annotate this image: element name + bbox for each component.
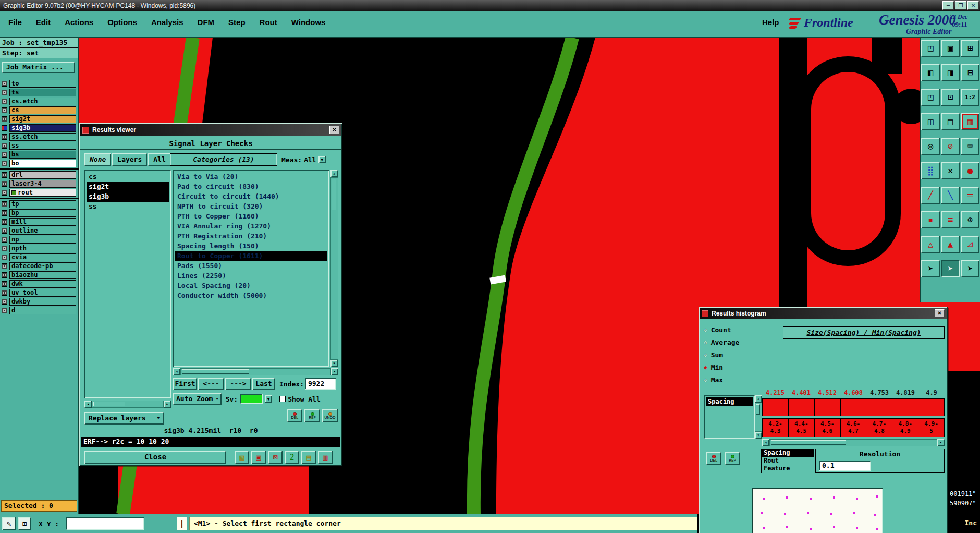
shift-left-icon[interactable]: ◧ [921,64,940,81]
layer-view-icon[interactable]: ◫ [921,113,940,130]
viewer-layer-item[interactable]: sig2t [87,182,169,192]
hatch-lines-icon[interactable]: ≡ [941,211,960,228]
scroll-up-icon[interactable] [330,170,338,177]
category-item[interactable]: Spacing length (150) [175,241,327,251]
histogram-icon[interactable]: ▥ [318,451,333,464]
layer-row-dwkby[interactable]: dwkby [0,297,79,306]
scroll-track[interactable] [755,403,762,432]
line-blue-icon[interactable]: ╲ [941,187,960,204]
layer-row-bs[interactable]: bs [0,150,79,159]
layer-checkbox[interactable] [2,299,7,305]
layer-row-npth[interactable]: npth [0,244,79,253]
layer-row-datecode-pb[interactable]: datecode-pb [0,262,79,271]
layer-row-cvia[interactable]: cvia [0,253,79,262]
layer-row-d[interactable]: d [0,306,79,315]
menu-help[interactable]: Help [762,18,779,27]
mode-spacing[interactable]: Spacing [762,449,814,457]
mode-feature[interactable]: Feature [762,465,814,473]
rep-button[interactable]: REP [725,452,740,465]
scroll-down-icon[interactable] [330,360,338,367]
layer-checkbox[interactable] [2,190,7,196]
del-button[interactable]: DEL [706,452,721,465]
stat-min[interactable]: ◆Min [704,361,739,373]
layer-checkbox[interactable] [2,237,7,243]
maximize-icon[interactable]: ❐ [955,1,966,10]
layer-checkbox[interactable] [2,107,7,113]
measure-scrollbar[interactable] [755,395,762,439]
discard-icon[interactable]: ⊠ [268,451,283,464]
copy-window-icon[interactable]: ◳ [921,40,940,57]
category-item[interactable]: Pads (1550) [175,261,327,271]
collapse-icon[interactable]: ⊟ [961,64,979,81]
layer-checkbox[interactable] [2,281,7,287]
display-icon[interactable]: ▣ [941,40,960,57]
scroll-thumb[interactable] [93,402,125,406]
screen-red-icon[interactable]: ▣ [251,451,266,464]
rep-button[interactable]: REP [304,409,320,422]
del-button[interactable]: DEL [287,409,302,422]
layer-row-cs[interactable]: cs [0,106,79,115]
results-viewer-titlebar[interactable]: Results viewer ✕ [80,124,341,136]
show-all-checkbox[interactable] [279,396,286,402]
layer-checkbox[interactable] [2,246,7,251]
stat-max[interactable]: ◇Max [704,373,739,386]
viewer-layer-list[interactable]: cssig2tsig3bss [84,170,171,398]
scroll-thumb[interactable] [756,404,760,415]
layer-row-ts[interactable]: ts [0,88,79,97]
defect-preview-panel[interactable] [752,488,883,533]
layer-checkbox[interactable] [2,290,7,296]
layer-checkbox[interactable] [2,172,7,178]
scroll-down-icon[interactable] [755,432,762,439]
scroll-thumb[interactable] [771,440,846,445]
category-item[interactable]: PTH to Copper (1160) [175,212,327,222]
triangle-filled-icon[interactable]: ▲ [941,236,960,253]
zoom-fit-icon[interactable]: ◰ [921,89,940,106]
results-histogram-titlebar[interactable]: Results histogram ✕ [700,308,947,319]
layer-row-to[interactable]: to [0,79,79,88]
scroll-right-icon[interactable] [937,439,945,446]
layer-row-laser3-4[interactable]: laser3-4 [0,179,79,188]
layer-checkbox[interactable] [2,308,7,313]
layer-row-uv_tool[interactable]: uv_tool [0,288,79,297]
menu-actions[interactable]: Actions [65,18,93,27]
chevron-down-icon[interactable] [318,156,326,163]
viewer-layer-item[interactable]: sig3b [87,192,169,202]
category-list[interactable]: Via to Via (20)Pad to circuit (830)Circu… [173,170,329,367]
close-button[interactable]: Close [84,451,226,464]
measure-item[interactable]: Spacing [706,397,753,406]
scroll-left-icon[interactable] [84,401,92,408]
menu-rout[interactable]: Rout [260,18,277,27]
xy-input[interactable] [66,517,144,530]
layer-row-bp[interactable]: bp [0,209,79,217]
triangle-outline-icon[interactable]: △ [921,236,940,253]
scroll-thumb[interactable] [182,369,249,374]
layer-checkbox[interactable] [2,143,7,149]
layer-checkbox[interactable] [2,99,7,104]
scroll-track[interactable] [92,401,164,408]
grid-mode-icon[interactable]: ⊞ [18,517,31,530]
line-red-icon[interactable]: ╱ [921,187,940,204]
layer-checkbox[interactable] [2,181,7,187]
scroll-track[interactable] [330,177,338,360]
menu-options[interactable]: Options [107,18,137,27]
layer-checkbox[interactable] [2,134,7,140]
color-matrix-icon[interactable]: ▦ [961,113,979,130]
category-item[interactable]: Pad to circuit (830) [175,182,327,192]
shift-right-icon[interactable]: ◨ [941,64,960,81]
scroll-left-icon[interactable] [762,439,769,446]
scroll-track[interactable] [769,439,937,446]
auto-zoom-dropdown[interactable]: Auto Zoom [173,393,222,405]
pattern-dots-icon[interactable]: ⣿ [921,162,940,179]
stat-count[interactable]: ◇Count [704,323,739,336]
crosshair-icon[interactable]: ⊕ [961,211,979,228]
category-item[interactable]: Lines (2250) [175,271,327,281]
layer-checkbox[interactable] [2,81,7,87]
layer-checkbox[interactable] [2,210,7,216]
triangle-right-icon[interactable]: ⊿ [961,236,979,253]
close-icon[interactable]: ✕ [967,1,979,10]
minimize-icon[interactable]: ─ [942,1,954,10]
chevron-down-icon[interactable] [265,395,272,403]
layer-checkbox[interactable] [2,116,7,122]
menu-analysis[interactable]: Analysis [151,18,183,27]
layer-row-bo[interactable]: bo [0,159,79,168]
